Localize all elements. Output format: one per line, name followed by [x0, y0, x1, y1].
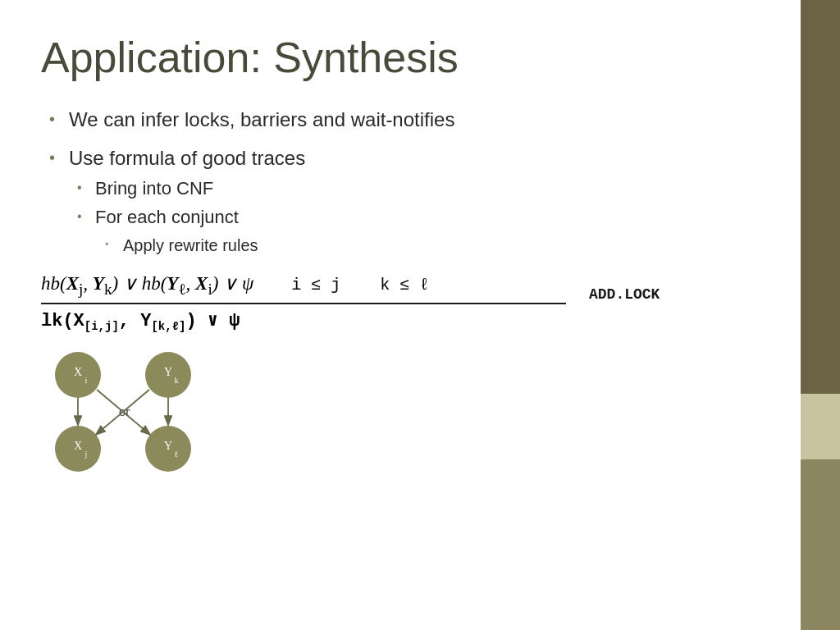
- node-yk-label: Y: [164, 366, 172, 378]
- fraction-numerator: hb(Xj, Yk) ∨ hb(Yℓ, Xi) ∨ ψ i ≤ j k ≤ ℓ: [41, 272, 429, 302]
- node-yl-subscript: ℓ: [175, 450, 179, 459]
- sidebar-bar-top: [801, 0, 840, 394]
- bullet-item-1: We can infer locks, barriers and wait-no…: [49, 107, 751, 132]
- fraction-denominator: lk(X[i,j], Y[k,ℓ]) ∨ ψ: [41, 306, 240, 333]
- sub-bullet-item-2: For each conjunct Apply rewrite rules: [77, 206, 751, 256]
- node-xj-subscript: j: [84, 450, 88, 459]
- formula-denominator-text: lk(X[i,j], Y[k,ℓ]) ∨ ψ: [41, 309, 240, 333]
- slide-title: Application: Synthesis: [41, 33, 751, 82]
- bullet-2-text: Use formula of good traces: [69, 147, 305, 169]
- formula-condition: i ≤ j k ≤ ℓ: [272, 276, 429, 294]
- sub-bullet-item-1: Bring into CNF: [77, 177, 751, 201]
- sub-sub-bullet-list: Apply rewrite rules: [105, 235, 751, 256]
- bullet-item-2: Use formula of good traces Bring into CN…: [49, 145, 751, 255]
- sub-sub-bullet-item-1: Apply rewrite rules: [105, 235, 751, 256]
- formula-fraction: hb(Xj, Yk) ∨ hb(Yℓ, Xi) ∨ ψ i ≤ j k ≤ ℓ …: [41, 272, 566, 334]
- formula-numerator-text: hb(Xj, Yk) ∨ hb(Yℓ, Xi) ∨ ψ: [41, 272, 253, 299]
- slide-container: Application: Synthesis We can infer lock…: [0, 0, 840, 630]
- slide-content: Application: Synthesis We can infer lock…: [0, 0, 801, 630]
- graph-diagram: X i Y k X j Y ℓ or: [41, 342, 221, 473]
- fraction-line: [41, 303, 566, 304]
- formula-section: hb(Xj, Yk) ∨ hb(Yℓ, Xi) ∨ ψ i ≤ j k ≤ ℓ …: [41, 272, 751, 334]
- sub-bullet-1-text: Bring into CNF: [95, 178, 213, 199]
- node-yk-subscript: k: [175, 376, 179, 385]
- bullet-1-text: We can infer locks, barriers and wait-no…: [69, 108, 454, 130]
- sub-bullet-list: Bring into CNF For each conjunct Apply r…: [77, 177, 751, 255]
- sub-bullet-2-text: For each conjunct: [95, 207, 239, 227]
- sub-sub-bullet-1-text: Apply rewrite rules: [123, 236, 258, 254]
- node-xi-label: X: [74, 366, 82, 378]
- node-yl-label: Y: [164, 440, 172, 452]
- sidebar-bar-bot: [801, 459, 840, 630]
- bullet-list: We can infer locks, barriers and wait-no…: [49, 107, 751, 256]
- node-xi-subscript: i: [85, 376, 88, 385]
- diagram-area: X i Y k X j Y ℓ or: [41, 342, 751, 473]
- sidebar-bar-mid: [801, 394, 840, 459]
- right-sidebar: [801, 0, 840, 630]
- add-lock-label: ADD.LOCK: [589, 286, 660, 303]
- node-xj-label: X: [74, 440, 82, 452]
